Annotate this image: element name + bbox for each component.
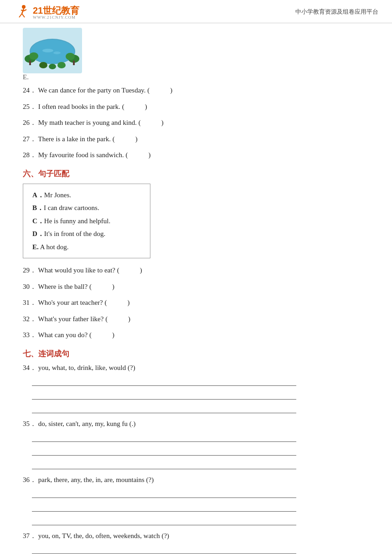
lake-image [23,28,82,73]
q32-num: 32． [23,313,36,325]
question-29: 29． What would you like to eat? ( ) [23,265,369,277]
q35-num: 35． [23,420,36,427]
question-34: 34． you, what, to, drink, like, would (?… [23,364,369,372]
q25-num: 25． [23,101,36,113]
q27-num: 27． [23,133,36,145]
q36-num: 36． [23,476,36,483]
writing-line [32,401,296,413]
svg-point-12 [29,52,38,60]
svg-point-19 [57,62,66,68]
q37-text: you, on, TV, the, do, often, weekends, w… [38,532,169,539]
q34-lines [32,374,369,413]
q36-text: park, there, any, the, in, are, mountain… [38,476,154,483]
q24-text: We can dance for the party on Tuesday. (… [38,87,172,94]
match-item-e: E. A hot dog. [32,241,141,254]
section7-heading: 七、连词成句 [23,349,369,359]
q26-num: 26． [23,117,36,129]
question-24: 24． We can dance for the party on Tuesda… [23,85,369,97]
svg-point-10 [53,51,61,54]
svg-point-18 [49,64,56,69]
section-e-label: E. [23,73,29,81]
q37-num: 37． [23,532,36,539]
question-26: 26． My math teacher is young and kind. (… [23,117,369,129]
svg-line-3 [22,14,25,17]
q27-text: There is a lake in the park. ( ) [38,135,137,143]
q29-num: 29． [23,265,36,277]
q28-num: 28． [23,149,36,161]
logo-runner-icon [14,4,30,20]
main-content: E. 24． We can dance for the party on Tue… [0,23,392,554]
match-item-c: C．He is funny and helpful. [32,215,141,228]
svg-rect-13 [29,61,31,65]
writing-line [32,388,296,400]
q30-num: 30． [23,281,36,293]
section6-heading: 六、句子匹配 [23,169,369,179]
q34-text: you, what, to, drink, like, would (?) [38,364,135,371]
logo-sub: WWW.21CNJY.COM [33,15,79,20]
question-31: 31． Who's your art teacher? ( ) [23,297,369,309]
writing-line [32,430,296,442]
questions-24-28-group: 24． We can dance for the party on Tuesda… [23,85,369,161]
svg-line-4 [24,10,26,11]
question-32: 32． What's your father like? ( ) [23,313,369,325]
q30-text: Where is the ball? ( ) [38,283,114,290]
q32-text: What's your father like? ( ) [38,315,130,323]
q36-lines [32,486,369,525]
q28-text: My favourite food is sandwich. ( ) [38,151,151,159]
q35-lines [32,430,369,469]
svg-line-2 [19,14,22,17]
svg-point-9 [42,49,53,52]
writing-line [32,374,296,386]
writing-line [32,500,296,512]
writing-line [32,444,296,456]
question-33: 33． What can you do? ( ) [23,329,369,341]
question-25: 25． I often read books in the park. ( ) [23,101,369,113]
q26-text: My math teacher is young and kind. ( ) [38,119,164,126]
logo-text: 21世纪教育 [33,5,79,15]
svg-point-17 [39,62,47,68]
q35-text: do, sister, can't, any, my, kung fu (.) [38,420,136,427]
svg-point-0 [22,5,26,9]
q37-lines [32,542,369,554]
header-platform-name: 中小学教育资源及组卷应用平台 [295,8,378,16]
question-36: 36． park, there, any, the, in, are, moun… [23,476,369,484]
question-30: 30． Where is the ball? ( ) [23,281,369,293]
svg-point-15 [66,53,75,60]
question-37-group: 37． you, on, TV, the, do, often, weekend… [23,532,369,554]
question-28: 28． My favourite food is sandwich. ( ) [23,149,369,161]
match-item-d: D．It's in front of the dog. [32,227,141,241]
lake-image-area: E. [23,28,369,81]
match-item-a: A．Mr Jones. [32,189,141,202]
match-item-b: B．I can draw cartoons. [32,201,141,215]
q33-num: 33． [23,329,36,341]
writing-line [32,486,296,498]
question-36-group: 36． park, there, any, the, in, are, moun… [23,476,369,525]
q29-text: What would you like to eat? ( ) [38,267,142,274]
writing-line [32,513,296,525]
question-27: 27． There is a lake in the park. ( ) [23,133,369,145]
question-35: 35． do, sister, can't, any, my, kung fu … [23,420,369,428]
q34-num: 34． [23,364,36,371]
q24-num: 24． [23,85,36,97]
match-box: A．Mr Jones. B．I can draw cartoons. C．He … [23,184,150,259]
svg-rect-16 [73,61,75,65]
header: 21世纪教育 WWW.21CNJY.COM 中小学教育资源及组卷应用平台 [0,0,392,23]
logo-area: 21世纪教育 WWW.21CNJY.COM [14,4,79,20]
question-34-group: 34． you, what, to, drink, like, would (?… [23,364,369,413]
question-35-group: 35． do, sister, can't, any, my, kung fu … [23,420,369,469]
writing-line [32,457,296,469]
writing-line [32,542,296,554]
q33-text: What can you do? ( ) [38,331,114,339]
question-37: 37． you, on, TV, the, do, often, weekend… [23,532,369,540]
q31-text: Who's your art teacher? ( ) [38,299,129,306]
q25-text: I often read books in the park. ( ) [38,103,147,110]
questions-29-33-group: 29． What would you like to eat? ( ) 30． … [23,265,369,341]
q31-num: 31． [23,297,36,309]
